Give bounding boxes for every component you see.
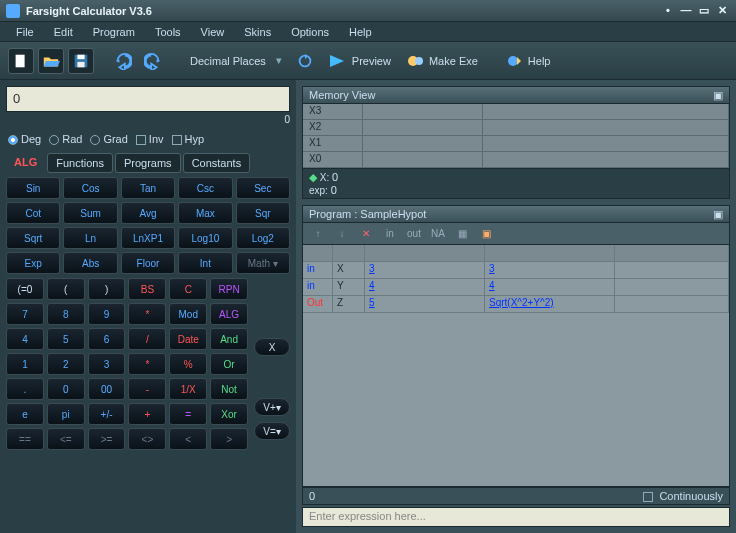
- tab-constants[interactable]: Constants: [183, 153, 251, 173]
- btn-inv[interactable]: 1/X: [169, 378, 207, 400]
- fn-math-dropdown[interactable]: Math ▾: [236, 252, 290, 274]
- btn-sub[interactable]: -: [128, 378, 166, 400]
- btn-9[interactable]: 9: [88, 303, 126, 325]
- menu-options[interactable]: Options: [283, 24, 337, 40]
- fn-exp[interactable]: Exp: [6, 252, 60, 274]
- btn-ge[interactable]: >=: [88, 428, 126, 450]
- btn-le[interactable]: <=: [47, 428, 85, 450]
- prog-grid-icon[interactable]: ▦: [453, 226, 471, 242]
- btn-e[interactable]: e: [6, 403, 44, 425]
- mode-inv[interactable]: Inv: [136, 133, 164, 145]
- btn-eq[interactable]: =: [169, 403, 207, 425]
- btn-dot[interactable]: .: [6, 378, 44, 400]
- table-row[interactable]: Out Z 5 Sqrt(X^2+Y^2): [303, 296, 729, 313]
- btn-alg[interactable]: ALG: [210, 303, 248, 325]
- makeexe-button[interactable]: Make Exe: [401, 51, 484, 71]
- prog-up-icon[interactable]: ↑: [309, 226, 327, 242]
- prog-down-icon[interactable]: ↓: [333, 226, 351, 242]
- refresh-button[interactable]: [292, 48, 318, 74]
- btn-veq[interactable]: V=▾: [254, 422, 290, 440]
- help-button[interactable]: Help: [500, 51, 557, 71]
- redo-button[interactable]: [140, 48, 166, 74]
- btn-add[interactable]: +: [128, 403, 166, 425]
- menu-skins[interactable]: Skins: [236, 24, 279, 40]
- menu-tools[interactable]: Tools: [147, 24, 189, 40]
- fn-avg[interactable]: Avg: [121, 202, 175, 224]
- btn-not[interactable]: Not: [210, 378, 248, 400]
- btn-div[interactable]: /: [128, 328, 166, 350]
- btn-2[interactable]: 2: [47, 353, 85, 375]
- btn-eqeq[interactable]: ==: [6, 428, 44, 450]
- fn-ln[interactable]: Ln: [63, 227, 117, 249]
- menu-view[interactable]: View: [193, 24, 233, 40]
- btn-ne[interactable]: <>: [128, 428, 166, 450]
- prog-delete-icon[interactable]: ✕: [357, 226, 375, 242]
- btn-4[interactable]: 4: [6, 328, 44, 350]
- btn-pi[interactable]: pi: [47, 403, 85, 425]
- prog-out-button[interactable]: out: [405, 226, 423, 242]
- prog-na-button[interactable]: NA: [429, 226, 447, 242]
- dot-button[interactable]: •: [660, 4, 676, 18]
- fn-log2[interactable]: Log2: [236, 227, 290, 249]
- btn-rparen[interactable]: ): [88, 278, 126, 300]
- minimize-button[interactable]: —: [678, 4, 694, 18]
- btn-mul[interactable]: *: [128, 303, 166, 325]
- fn-tan[interactable]: Tan: [121, 177, 175, 199]
- fn-csc[interactable]: Csc: [178, 177, 232, 199]
- fn-int[interactable]: Int: [178, 252, 232, 274]
- fn-lnxp1[interactable]: LnXP1: [121, 227, 175, 249]
- btn-00[interactable]: 00: [88, 378, 126, 400]
- btn-1[interactable]: 1: [6, 353, 44, 375]
- btn-vplus[interactable]: V+▾: [254, 398, 290, 416]
- tab-programs[interactable]: Programs: [115, 153, 181, 173]
- btn-and[interactable]: And: [210, 328, 248, 350]
- save-button[interactable]: [68, 48, 94, 74]
- btn-gt[interactable]: >: [210, 428, 248, 450]
- btn-3[interactable]: 3: [88, 353, 126, 375]
- fn-sqr[interactable]: Sqr: [236, 202, 290, 224]
- mode-rad[interactable]: Rad: [49, 133, 82, 145]
- btn-8[interactable]: 8: [47, 303, 85, 325]
- btn-or[interactable]: Or: [210, 353, 248, 375]
- menu-edit[interactable]: Edit: [46, 24, 81, 40]
- btn-x[interactable]: X: [254, 338, 290, 356]
- expression-input[interactable]: Enter expression here...: [302, 507, 730, 527]
- tab-functions[interactable]: Functions: [47, 153, 113, 173]
- prog-in-button[interactable]: in: [381, 226, 399, 242]
- program-maximize-icon[interactable]: ▣: [713, 208, 723, 221]
- fn-log10[interactable]: Log10: [178, 227, 232, 249]
- fn-cot[interactable]: Cot: [6, 202, 60, 224]
- fn-max[interactable]: Max: [178, 202, 232, 224]
- btn-pct[interactable]: %: [169, 353, 207, 375]
- fn-floor[interactable]: Floor: [121, 252, 175, 274]
- fn-sum[interactable]: Sum: [63, 202, 117, 224]
- btn-sign[interactable]: +/-: [88, 403, 126, 425]
- fn-cos[interactable]: Cos: [63, 177, 117, 199]
- btn-mod[interactable]: Mod: [169, 303, 207, 325]
- fn-abs[interactable]: Abs: [63, 252, 117, 274]
- menu-file[interactable]: File: [8, 24, 42, 40]
- table-row[interactable]: in X 3 3: [303, 262, 729, 279]
- fn-sec[interactable]: Sec: [236, 177, 290, 199]
- fn-sqrt[interactable]: Sqrt: [6, 227, 60, 249]
- tab-alg[interactable]: ALG: [6, 153, 45, 173]
- memview-maximize-icon[interactable]: ▣: [713, 89, 723, 102]
- btn-eq0[interactable]: (=0: [6, 278, 44, 300]
- new-button[interactable]: [8, 48, 34, 74]
- btn-c[interactable]: C: [169, 278, 207, 300]
- btn-7[interactable]: 7: [6, 303, 44, 325]
- btn-5[interactable]: 5: [47, 328, 85, 350]
- mode-hyp[interactable]: Hyp: [172, 133, 205, 145]
- open-button[interactable]: [38, 48, 64, 74]
- btn-bs[interactable]: BS: [128, 278, 166, 300]
- btn-rpn[interactable]: RPN: [210, 278, 248, 300]
- continuously-checkbox[interactable]: [643, 492, 653, 502]
- close-button[interactable]: ✕: [714, 4, 730, 18]
- btn-xor[interactable]: Xor: [210, 403, 248, 425]
- btn-6[interactable]: 6: [88, 328, 126, 350]
- maximize-button[interactable]: ▭: [696, 4, 712, 18]
- menu-program[interactable]: Program: [85, 24, 143, 40]
- btn-mul2[interactable]: *: [128, 353, 166, 375]
- mode-grad[interactable]: Grad: [90, 133, 127, 145]
- btn-0[interactable]: 0: [47, 378, 85, 400]
